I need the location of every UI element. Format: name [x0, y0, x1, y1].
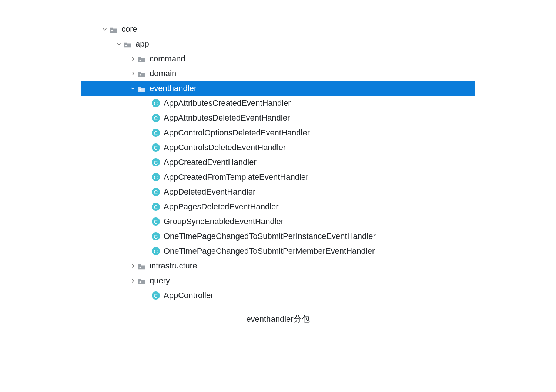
icon-slot: C: [150, 114, 161, 122]
folder-icon: [138, 263, 146, 269]
tree-row[interactable]: CAppPagesDeletedEventHandler: [81, 199, 475, 214]
class-icon: C: [152, 247, 160, 255]
tree-node-label: AppCreatedEventHandler: [161, 158, 257, 167]
icon-slot: C: [150, 217, 161, 226]
svg-point-1: [125, 45, 127, 46]
icon-slot: C: [150, 247, 161, 255]
icon-slot: C: [150, 188, 161, 196]
tree-node-label: AppCreatedFromTemplateEventHandler: [161, 172, 308, 182]
class-icon: C: [152, 143, 160, 152]
tree-row[interactable]: CAppCreatedFromTemplateEventHandler: [81, 170, 475, 185]
icon-slot: C: [150, 129, 161, 137]
folder-icon: [110, 26, 118, 33]
icon-slot: C: [150, 232, 161, 240]
class-icon: C: [152, 129, 160, 137]
svg-point-0: [111, 30, 113, 31]
tree-row[interactable]: app: [81, 37, 475, 51]
chevron-right-icon[interactable]: [130, 71, 136, 76]
tree-row[interactable]: infrastructure: [81, 258, 475, 273]
tree-node-label: OneTimePageChangedToSubmitPerInstanceEve…: [161, 232, 376, 241]
folder-icon: [138, 55, 146, 62]
tree-node-label: AppPagesDeletedEventHandler: [161, 202, 279, 212]
chevron-down-icon[interactable]: [101, 27, 108, 32]
project-tree-panel: core app command domain eventhandlerCApp…: [81, 15, 475, 310]
icon-slot: C: [150, 143, 161, 152]
tree-node-label: AppControlOptionsDeletedEventHandler: [161, 128, 310, 138]
chevron-down-icon[interactable]: [130, 86, 136, 91]
tree-node-label: AppDeletedEventHandler: [161, 187, 255, 197]
figure-caption: eventhandler分包: [0, 314, 556, 325]
tree-node-label: command: [147, 54, 185, 64]
tree-node-label: core: [119, 24, 137, 34]
svg-point-3: [139, 74, 141, 76]
icon-slot: [108, 26, 119, 33]
tree-row[interactable]: CAppControlOptionsDeletedEventHandler: [81, 125, 475, 140]
tree-row[interactable]: CAppCreatedEventHandler: [81, 155, 475, 170]
folder-icon: [138, 277, 146, 284]
tree-node-label: GroupSyncEnabledEventHandler: [161, 217, 284, 226]
chevron-right-icon[interactable]: [130, 278, 136, 283]
chevron-right-icon[interactable]: [130, 263, 136, 268]
tree-row[interactable]: COneTimePageChangedToSubmitPerInstanceEv…: [81, 229, 475, 244]
tree-node-label: domain: [147, 69, 176, 78]
tree-node-label: query: [147, 276, 170, 285]
svg-point-2: [139, 60, 141, 61]
icon-slot: [136, 263, 147, 269]
class-icon: C: [152, 203, 160, 211]
folder-icon: [138, 85, 146, 92]
tree-node-label: app: [133, 39, 149, 49]
tree-node-label: AppAttributesCreatedEventHandler: [161, 98, 291, 108]
class-icon: C: [152, 232, 160, 240]
svg-point-4: [139, 89, 141, 91]
class-icon: C: [152, 158, 160, 166]
tree-node-label: AppController: [161, 291, 214, 300]
icon-slot: C: [150, 173, 161, 181]
tree-node-label: AppAttributesDeletedEventHandler: [161, 113, 290, 123]
icon-slot: [136, 55, 147, 62]
tree-node-label: infrastructure: [147, 261, 197, 271]
tree-row[interactable]: query: [81, 273, 475, 288]
tree-row[interactable]: CGroupSyncEnabledEventHandler: [81, 214, 475, 229]
class-icon: C: [152, 114, 160, 122]
class-icon: C: [152, 99, 160, 107]
tree-row[interactable]: CAppAttributesDeletedEventHandler: [81, 111, 475, 125]
icon-slot: [136, 277, 147, 284]
chevron-right-icon[interactable]: [130, 56, 136, 61]
tree-row[interactable]: domain: [81, 66, 475, 81]
tree-row[interactable]: COneTimePageChangedToSubmitPerMemberEven…: [81, 244, 475, 258]
class-icon: C: [152, 217, 160, 226]
svg-point-6: [139, 281, 141, 283]
svg-point-5: [139, 267, 141, 268]
tree-node-label: AppControlsDeletedEventHandler: [161, 143, 286, 152]
folder-icon: [138, 70, 146, 77]
class-icon: C: [152, 291, 160, 300]
class-icon: C: [152, 173, 160, 181]
tree-node-label: eventhandler: [147, 84, 197, 93]
icon-slot: [136, 70, 147, 77]
class-icon: C: [152, 188, 160, 196]
tree-row[interactable]: CAppControlsDeletedEventHandler: [81, 140, 475, 155]
icon-slot: C: [150, 291, 161, 300]
tree-row[interactable]: CAppAttributesCreatedEventHandler: [81, 96, 475, 111]
tree-row[interactable]: eventhandler: [81, 81, 475, 96]
icon-slot: [136, 85, 147, 92]
icon-slot: [122, 41, 133, 47]
icon-slot: C: [150, 158, 161, 166]
tree-row[interactable]: command: [81, 51, 475, 66]
tree-row[interactable]: CAppController: [81, 288, 475, 303]
tree-row[interactable]: CAppDeletedEventHandler: [81, 185, 475, 199]
icon-slot: C: [150, 99, 161, 107]
tree-node-label: OneTimePageChangedToSubmitPerMemberEvent…: [161, 246, 375, 256]
icon-slot: C: [150, 203, 161, 211]
folder-icon: [124, 41, 132, 47]
chevron-down-icon[interactable]: [115, 41, 122, 47]
tree-row[interactable]: core: [81, 22, 475, 37]
